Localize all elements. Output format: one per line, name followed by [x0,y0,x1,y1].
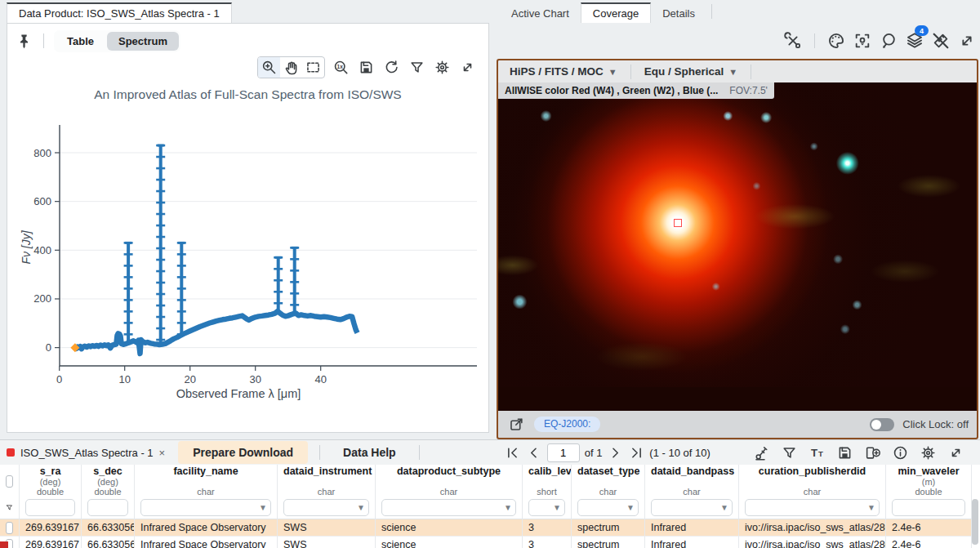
save-chart-icon[interactable] [356,58,376,78]
external-link-icon[interactable] [506,415,526,434]
svg-text:10: 10 [118,373,130,385]
table-row[interactable]: 269.63916766.633056Infrared Space Observ… [0,537,973,548]
table-scrollbar[interactable] [972,499,978,545]
microscope-icon[interactable] [751,443,771,462]
expand-chart-icon[interactable] [457,58,477,78]
svg-text:0: 0 [46,341,51,354]
svg-text:30: 30 [249,373,261,385]
filter-input-facility_name[interactable]: ▼ [140,499,271,516]
cell-dataproduct_subtype: science [376,519,523,537]
cell-s_ra: 269.639167 [20,537,82,548]
click-lock-toggle[interactable] [870,418,894,431]
filter-input-min_waveler[interactable] [892,499,965,516]
filter-input-dataid_instrument[interactable]: ▼ [283,499,369,516]
filter-input-s_ra[interactable] [25,499,75,516]
restore-chart-icon[interactable] [381,58,401,78]
table-tab[interactable]: ISO_SWS_Atlas Spectra - 1 × [7,447,172,459]
page-number-input[interactable] [547,443,580,462]
zoom-original-icon[interactable]: 1x [331,58,350,78]
tab-details[interactable]: Details [651,2,706,23]
chart-title: An Improved Atlas of Full-Scan Spectra f… [7,87,488,102]
view-toggle-table[interactable]: Table [56,32,105,51]
select-all-checkbox[interactable] [6,475,13,488]
measure-off-icon[interactable] [931,31,951,51]
recenter-icon[interactable] [853,31,872,51]
filter-input-dataset_type[interactable]: ▼ [577,499,639,516]
column-header-s_dec[interactable]: s_dec(deg)double [82,465,135,496]
tab-active-chart[interactable]: Active Chart [500,2,581,23]
last-page-button[interactable] [628,444,644,461]
data-table: s_ra(deg)doubles_dec(deg)doublefacility_… [0,465,980,548]
prepare-download-button[interactable]: Prepare Download [178,441,308,464]
svg-text:400: 400 [33,244,51,256]
pagination: of 1 (1 - 10 of 10) [505,443,710,462]
column-header-facility_name[interactable]: facility_name char [135,465,278,496]
prev-page-button[interactable] [526,444,542,461]
page-of-label: of 1 [585,447,603,459]
table-header-row: s_ra(deg)doubles_dec(deg)doublefacility_… [0,465,973,496]
svg-text:1x: 1x [336,64,343,69]
pan-hand-icon[interactable] [280,57,302,78]
table-settings-icon[interactable] [918,443,938,462]
right-tabbar: Active ChartCoverageDetails [500,0,717,23]
divider [814,33,815,48]
box-select-icon[interactable] [302,57,324,78]
table-filter-row: ▼▼▼▼▼▼▼ [0,496,973,519]
filter-table-icon[interactable] [779,443,799,462]
projection-dropdown[interactable]: Equ / Spherical▼ [639,63,742,80]
save-table-icon[interactable] [835,443,854,462]
filter-input-calib_level[interactable]: ▼ [528,499,565,516]
column-header-dataid_bandpass[interactable]: dataid_bandpass char [645,465,739,496]
cell-calib_level: 3 [523,537,572,548]
next-page-button[interactable] [607,444,623,461]
filter-chart-icon[interactable] [407,58,426,78]
zoom-in-icon[interactable] [258,57,280,78]
svg-text:0: 0 [56,373,62,385]
chart-settings-icon[interactable] [432,58,452,78]
column-header-dataid_instrument[interactable]: dataid_instrument char [278,465,376,496]
color-palette-icon[interactable] [826,31,846,51]
filter-input-dataproduct_subtype[interactable]: ▼ [381,499,516,516]
expand-table-icon[interactable] [946,443,965,462]
svg-text:40: 40 [314,373,326,385]
cell-dataid_bandpass: Infrared [645,519,739,537]
column-header-min_waveler[interactable]: min_waveler(m)double [886,465,972,496]
sky-image[interactable]: AllWISE color Red (W4) , Green (W2) , Bl… [498,82,977,387]
hips-fits-moc-dropdown[interactable]: HiPS / FITS / MOC▼ [505,63,622,80]
filter-input-curation_publisherdid[interactable]: ▼ [745,499,880,516]
column-header-s_ra[interactable]: s_ra(deg)double [20,465,82,496]
chart-toolbar: 1x [257,56,477,78]
table-row[interactable]: 269.63916766.633056Infrared Space Observ… [0,519,973,537]
select-region-icon[interactable] [879,31,898,51]
cell-s_dec: 66.633056 [82,519,135,537]
coverage-toolbar: 4 [497,28,980,54]
tools-icon[interactable] [783,31,803,51]
add-column-icon[interactable] [862,443,882,462]
filter-input-dataid_bandpass[interactable]: ▼ [651,499,733,516]
tab-data-product[interactable]: Data Product: ISO_SWS_Atlas Spectra - 1 [7,2,232,23]
cell-dataset_type: spectrum [572,519,645,537]
cell-dataproduct_subtype: science [376,537,523,548]
data-help-button[interactable]: Data Help [332,441,408,464]
pin-icon[interactable] [14,31,33,51]
coverage-topbar: HiPS / FITS / MOC▼ Equ / Spherical▼ [498,60,977,82]
column-header-dataset_type[interactable]: dataset_type char [572,465,645,496]
image-caption: AllWISE color Red (W4) , Green (W2) , Bl… [498,82,774,99]
column-header-calib_level[interactable]: calib_level short [523,465,572,496]
close-table-icon[interactable]: × [159,447,166,459]
filter-input-s_dec[interactable] [87,499,128,516]
cell-dataid_instrument: SWS [278,537,376,548]
row-range-label: (1 - 10 of 10) [649,447,710,459]
spectrum-plot[interactable]: 0200400600800010203040Observed Frame λ [… [14,107,486,403]
column-header-dataproduct_subtype[interactable]: dataproduct_subtype char [376,465,523,496]
tab-coverage[interactable]: Coverage [581,2,651,23]
row-checkbox[interactable] [6,522,13,534]
column-header-curation_publisherdid[interactable]: curation_publisherdid char [739,465,886,496]
view-toggle-spectrum[interactable]: Spectrum [107,32,179,51]
expand-coverage-icon[interactable] [957,31,977,51]
first-page-button[interactable] [505,444,521,461]
text-view-icon[interactable]: TT [807,443,826,462]
layers-count-badge: 4 [915,25,929,36]
fov-readout: FOV:7.5' [729,85,768,96]
info-icon[interactable] [890,443,910,462]
